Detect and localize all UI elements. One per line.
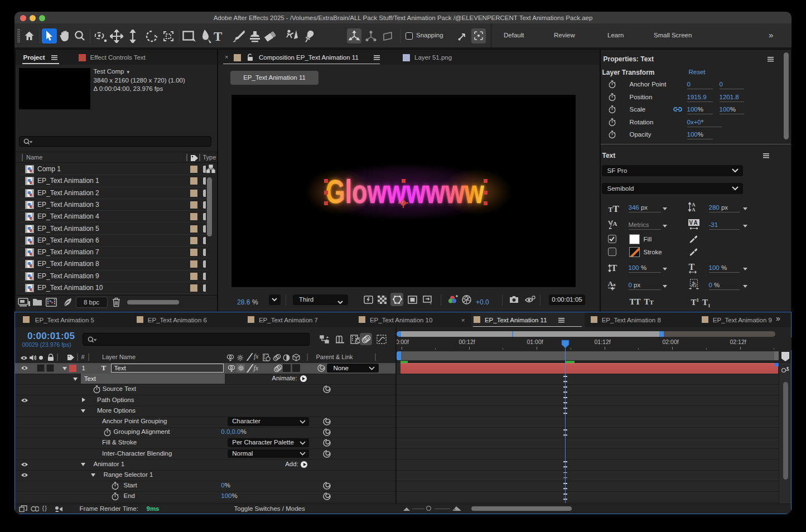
svg-text:A: A (692, 207, 696, 212)
svg-text:V: V (689, 220, 693, 226)
svg-text:A: A (693, 220, 697, 226)
svg-text:A: A (612, 220, 617, 227)
svg-text:あ: あ (691, 280, 697, 287)
